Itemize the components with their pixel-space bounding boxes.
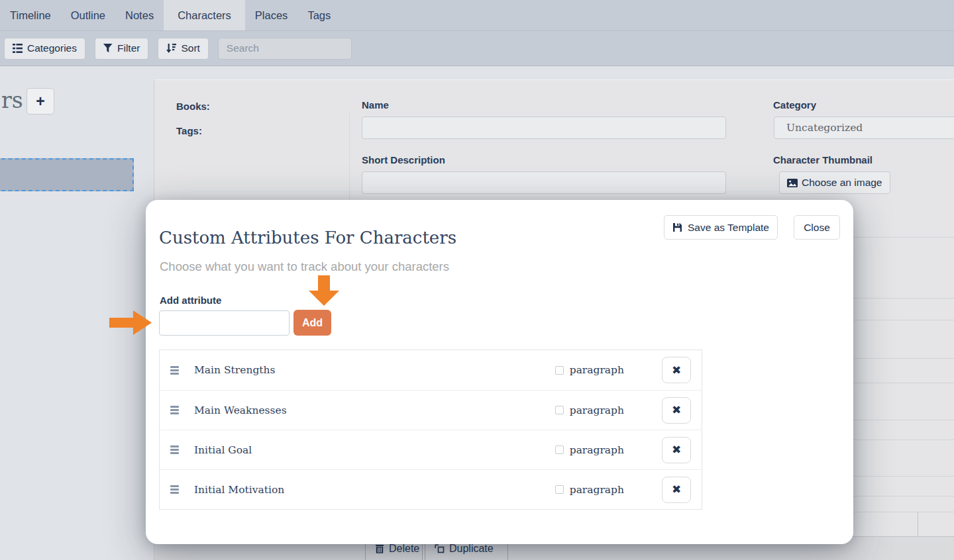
arrow-down-annotation-icon bbox=[309, 275, 339, 306]
character-thumbnail-label: Character Thumbnail bbox=[773, 154, 873, 165]
save-icon bbox=[672, 222, 682, 232]
add-attribute-input[interactable] bbox=[159, 310, 290, 336]
save-as-template-label: Save as Template bbox=[688, 222, 769, 234]
paragraph-checkbox-label: paragraph bbox=[570, 364, 624, 376]
short-description-input[interactable] bbox=[362, 171, 726, 194]
sort-button-label: Sort bbox=[181, 42, 199, 54]
sort-icon bbox=[166, 44, 176, 53]
choose-image-label: Choose an image bbox=[802, 177, 882, 189]
drag-handle-icon[interactable] bbox=[170, 406, 179, 414]
category-label: Category bbox=[773, 99, 816, 111]
categories-button-label: Categories bbox=[27, 42, 77, 54]
attribute-row: Initial Motivation paragraph ✖ bbox=[160, 469, 702, 509]
paragraph-checkbox-label: paragraph bbox=[570, 444, 624, 456]
books-label: Books: bbox=[176, 101, 210, 112]
add-attribute-button[interactable]: Add bbox=[293, 310, 331, 336]
drag-handle-icon[interactable] bbox=[170, 445, 179, 454]
filter-button-label: Filter bbox=[117, 42, 140, 54]
tags-label: Tags: bbox=[176, 125, 202, 136]
characters-toolbar: Categories Filter Sort bbox=[0, 30, 954, 66]
paragraph-checkbox-label: paragraph bbox=[570, 484, 624, 496]
image-icon bbox=[787, 179, 798, 187]
paragraph-checkbox[interactable] bbox=[555, 406, 564, 414]
duplicate-icon bbox=[435, 544, 445, 553]
close-button-label: Close bbox=[804, 222, 830, 234]
duplicate-button-label: Duplicate bbox=[449, 543, 494, 555]
arrow-right-annotation-icon bbox=[109, 310, 152, 335]
attribute-name: Main Weaknesses bbox=[194, 404, 287, 416]
attribute-name: Main Strengths bbox=[194, 364, 275, 376]
drag-handle-icon[interactable] bbox=[170, 485, 179, 494]
attribute-list: Main Strengths paragraph ✖ Main Weakness… bbox=[159, 350, 702, 510]
attribute-row: Initial Goal paragraph ✖ bbox=[160, 430, 702, 469]
attribute-row: Main Strengths paragraph ✖ bbox=[160, 350, 702, 390]
x-icon: ✖ bbox=[672, 483, 681, 496]
name-label: Name bbox=[362, 99, 389, 111]
tab-timeline[interactable]: Timeline bbox=[0, 0, 61, 30]
remove-attribute-button[interactable]: ✖ bbox=[662, 477, 691, 503]
filter-button[interactable]: Filter bbox=[95, 38, 148, 60]
name-input[interactable] bbox=[362, 117, 726, 139]
tab-outline[interactable]: Outline bbox=[61, 0, 115, 30]
sort-button[interactable]: Sort bbox=[158, 38, 208, 60]
paragraph-checkbox-label: paragraph bbox=[570, 404, 624, 416]
add-attribute-label: Add attribute bbox=[160, 295, 221, 306]
category-select[interactable]: Uncategorized bbox=[774, 117, 954, 139]
modal-title: Custom Attributes For Characters bbox=[159, 228, 456, 248]
delete-button-label: Delete bbox=[389, 543, 419, 555]
choose-image-button[interactable]: Choose an image bbox=[779, 171, 890, 194]
paragraph-checkbox[interactable] bbox=[555, 485, 564, 494]
top-nav: Timeline Outline Notes Characters Places… bbox=[0, 0, 954, 30]
tab-notes[interactable]: Notes bbox=[115, 0, 164, 30]
drag-handle-icon[interactable] bbox=[170, 366, 179, 375]
trash-icon bbox=[375, 544, 384, 553]
filter-funnel-icon bbox=[103, 44, 113, 53]
tab-characters[interactable]: Characters bbox=[164, 0, 245, 30]
tab-places[interactable]: Places bbox=[245, 0, 298, 30]
category-selected-value: Uncategorized bbox=[786, 122, 863, 134]
save-as-template-button[interactable]: Save as Template bbox=[664, 215, 778, 240]
remove-attribute-button[interactable]: ✖ bbox=[662, 357, 691, 383]
paragraph-checkbox[interactable] bbox=[555, 445, 564, 454]
remove-attribute-button[interactable]: ✖ bbox=[662, 437, 691, 463]
short-description-label: Short Description bbox=[362, 154, 445, 165]
attribute-row: Main Weaknesses paragraph ✖ bbox=[160, 390, 702, 430]
modal-subtitle: Choose what you want to track about your… bbox=[160, 259, 449, 274]
categories-list-icon bbox=[13, 44, 23, 53]
add-character-button[interactable]: + bbox=[26, 88, 54, 115]
close-modal-button[interactable]: Close bbox=[794, 215, 840, 240]
attribute-name: Initial Motivation bbox=[194, 484, 284, 496]
tab-tags[interactable]: Tags bbox=[297, 0, 341, 30]
x-icon: ✖ bbox=[672, 363, 681, 377]
attribute-name: Initial Goal bbox=[194, 444, 252, 456]
custom-attributes-modal: Save as Template Close Custom Attributes… bbox=[146, 200, 853, 544]
categories-button[interactable]: Categories bbox=[4, 38, 85, 60]
x-icon: ✖ bbox=[672, 403, 681, 417]
characters-heading-fragment: rs bbox=[1, 87, 23, 113]
search-input[interactable] bbox=[218, 38, 352, 60]
remove-attribute-button[interactable]: ✖ bbox=[662, 397, 691, 424]
selected-character-item[interactable] bbox=[0, 158, 134, 191]
x-icon: ✖ bbox=[672, 443, 681, 457]
paragraph-checkbox[interactable] bbox=[555, 366, 564, 375]
